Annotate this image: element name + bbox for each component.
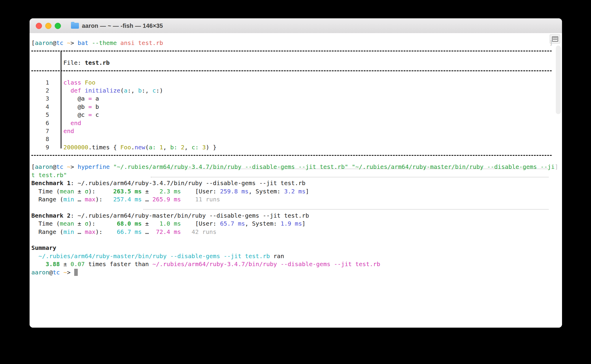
command-end-mark: ] (549, 39, 553, 47)
terminal-screen[interactable]: [aaron@tc ~> bat --theme ansi test.rb] F… (30, 33, 562, 328)
summary-heading: Summary (31, 244, 562, 252)
window-title: aaron — ~ — -fish — 146×35 (82, 22, 163, 29)
prompt-line-hyperfine-command: [aaron@tc ~> hyperfine "~/.rubies/arm64/… (31, 163, 562, 171)
benchmark-2-heading: Benchmark 2: ~/.rubies/arm64/ruby-master… (31, 212, 562, 220)
benchmark-2-time: Time (mean ± σ): 68.0 ms ± 1.0 ms [User:… (31, 220, 562, 228)
blank-line (31, 203, 562, 211)
prompt-line-bat-command: [aaron@tc ~> bat --theme ansi test.rb] (31, 39, 562, 47)
code-line-3: 3 @a = a (31, 95, 562, 103)
bat-rule-header-bottom (31, 70, 562, 78)
code-line-8: 8 (31, 135, 562, 143)
code-line-7: 7 end (31, 127, 562, 135)
command-end-mark: ] (555, 163, 558, 170)
code-line-2: 2 def initialize(a:, b:, c:) (31, 87, 562, 95)
terminal-window: aaron — ~ — -fish — 146×35 [aaron@tc ~> … (30, 18, 562, 328)
minimize-button[interactable] (45, 23, 51, 29)
summary-ratio: 3.88 ± 0.07 times faster than ~/.rubies/… (31, 260, 562, 268)
close-button[interactable] (36, 23, 42, 29)
code-line-1: 1 class Foo (31, 79, 562, 87)
benchmark-1-time: Time (mean ± σ): 263.5 ms ± 2.3 ms [User… (31, 187, 562, 195)
code-line-5: 5 @c = c (31, 111, 562, 119)
summary-fastest: ~/.rubies/arm64/ruby-master/bin/ruby --d… (31, 252, 562, 260)
prompt-line-current: aaron@tc ~> (31, 268, 562, 276)
bat-rule-top (31, 51, 562, 59)
traffic-lights (36, 23, 61, 29)
zoom-button[interactable] (55, 23, 61, 29)
bat-rule-bottom (31, 155, 562, 163)
benchmark-2-range: Range (min … max): 66.7 ms … 72.4 ms 42 … (31, 228, 562, 236)
benchmark-1-heading: Benchmark 1: ~/.rubies/arm64/ruby-3.4.7/… (31, 179, 562, 187)
folder-icon (71, 23, 79, 29)
code-line-9: 9 2000000.times { Foo.new(a: 1, b: 2, c:… (31, 143, 562, 151)
text-cursor (74, 269, 78, 276)
hyperfine-command-wrap: t test.rb" (31, 171, 562, 179)
code-line-6: 6 end (31, 119, 562, 127)
blank-line (31, 236, 562, 244)
bat-file-header: File: test.rb (31, 59, 562, 67)
benchmark-1-range: Range (min … max): 257.4 ms … 265.9 ms 1… (31, 195, 562, 203)
code-line-4: 4 @b = b (31, 103, 562, 111)
window-titlebar[interactable]: aaron — ~ — -fish — 146×35 (30, 18, 562, 33)
